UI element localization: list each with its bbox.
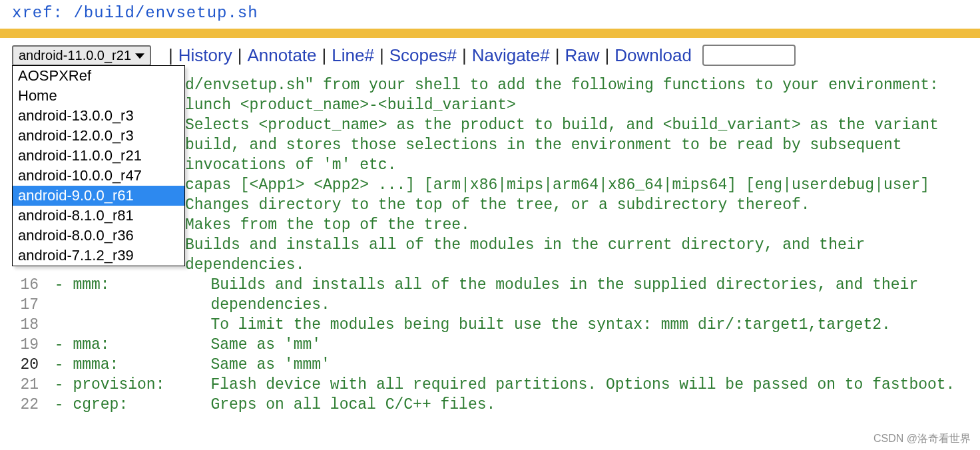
line-number[interactable]: 17: [0, 295, 45, 315]
version-option[interactable]: AOSPXRef: [13, 66, 184, 86]
line-text: To limit the modules being built use the…: [45, 315, 891, 335]
code-line: 16 - mmm: Builds and installs all of the…: [0, 275, 980, 295]
line-text: dependencies.: [45, 295, 330, 315]
line-text: - provision: Flash device with all requi…: [45, 375, 955, 395]
version-dropdown-list[interactable]: AOSPXRefHomeandroid-13.0.0_r3android-12.…: [12, 65, 185, 266]
page-title: xref: /build/envsetup.sh: [0, 0, 980, 29]
separator: |: [238, 45, 242, 66]
line-text: - mmma: Same as 'mmm': [45, 355, 330, 375]
line-text: Builds and installs all of the modules i…: [185, 235, 865, 255]
line-text: build, and stores those selections in th…: [185, 135, 902, 155]
line-number[interactable]: 18: [0, 315, 45, 335]
separator: |: [379, 45, 384, 66]
xref-label: xref: [12, 4, 53, 22]
separator: |: [168, 45, 173, 66]
version-option[interactable]: android-8.0.0_r36: [13, 226, 184, 246]
separator: |: [605, 45, 610, 66]
version-option[interactable]: android-11.0.0_r21: [13, 146, 184, 166]
separator: |: [322, 45, 327, 66]
line-text: - cgrep: Greps on all local C/C++ files.: [45, 395, 495, 415]
version-selected-label: android-11.0.0_r21: [19, 48, 131, 63]
version-option[interactable]: android-10.0.0_r47: [13, 166, 184, 186]
line-text: - mmm: Builds and installs all of the mo…: [45, 275, 918, 295]
line-text: d/envsetup.sh" from your shell to add th…: [185, 75, 939, 95]
lineno-link[interactable]: Line#: [332, 45, 374, 66]
raw-link[interactable]: Raw: [565, 45, 600, 66]
line-number[interactable]: 21: [0, 375, 45, 395]
version-option[interactable]: Home: [13, 86, 184, 106]
separator: |: [555, 45, 560, 66]
version-option[interactable]: android-12.0.0_r3: [13, 126, 184, 146]
code-line: 20 - mmma: Same as 'mmm': [0, 355, 980, 375]
line-text: dependencies.: [185, 255, 304, 275]
line-text: capas [<App1> <App2> ...] [arm|x86|mips|…: [185, 175, 929, 195]
scopes-link[interactable]: Scopes#: [389, 45, 457, 66]
watermark: CSDN @洛奇看世界: [873, 432, 971, 446]
line-text: Makes from the top of the tree.: [185, 215, 470, 235]
version-option[interactable]: android-7.1.2_r39: [13, 246, 184, 266]
download-link[interactable]: Download: [614, 45, 692, 66]
line-text: invocations of 'm' etc.: [185, 155, 396, 175]
version-dropdown-selected[interactable]: android-11.0.0_r21: [12, 45, 151, 66]
line-number[interactable]: 20: [0, 355, 45, 375]
line-text: lunch <product_name>-<build_variant>: [185, 95, 516, 115]
separator: |: [462, 45, 467, 66]
code-line: 21 - provision: Flash device with all re…: [0, 375, 980, 395]
line-number[interactable]: 19: [0, 335, 45, 355]
toolbar: android-11.0.0_r21 AOSPXRefHomeandroid-1…: [0, 38, 980, 70]
version-option[interactable]: android-13.0.0_r3: [13, 106, 184, 126]
code-line: 18 To limit the modules being built use …: [0, 315, 980, 335]
code-line: 22 - cgrep: Greps on all local C/C++ fil…: [0, 395, 980, 415]
history-link[interactable]: History: [178, 45, 232, 66]
version-dropdown[interactable]: android-11.0.0_r21 AOSPXRefHomeandroid-1…: [12, 45, 151, 66]
search-input[interactable]: [702, 45, 796, 66]
code-line: 17 dependencies.: [0, 295, 980, 315]
version-option[interactable]: android-8.1.0_r81: [13, 206, 184, 226]
line-number[interactable]: 22: [0, 395, 45, 415]
navigate-link[interactable]: Navigate#: [472, 45, 550, 66]
divider-bar: [0, 29, 980, 38]
annotate-link[interactable]: Annotate: [247, 45, 316, 66]
xref-path: /build/envsetup.sh: [73, 4, 258, 22]
line-text: - mma: Same as 'mm': [45, 335, 321, 355]
line-number[interactable]: 16: [0, 275, 45, 295]
line-text: Changes directory to the top of the tree…: [185, 195, 810, 215]
version-option[interactable]: android-9.0.0_r61: [13, 186, 184, 206]
code-line: 19 - mma: Same as 'mm': [0, 335, 980, 355]
line-text: Selects <product_name> as the product to…: [185, 115, 948, 135]
